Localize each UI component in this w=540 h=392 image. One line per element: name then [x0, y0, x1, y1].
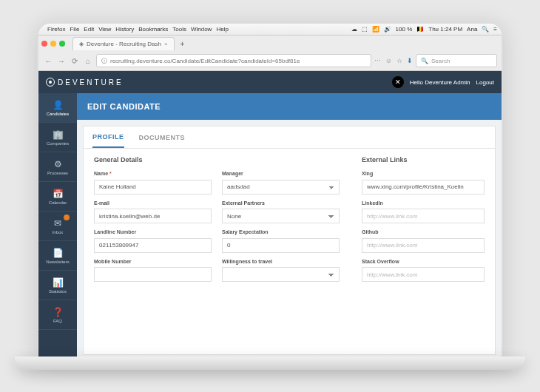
mail-icon: ✉ [54, 218, 61, 229]
download-icon[interactable]: ⬇ [407, 57, 413, 64]
window-minimize[interactable] [50, 41, 56, 47]
github-field[interactable] [362, 238, 485, 253]
logout-link[interactable]: Logout [476, 79, 494, 86]
label-name: Name * [94, 171, 212, 176]
menu-tools[interactable]: Tools [172, 26, 186, 33]
window-close[interactable] [41, 41, 47, 47]
volume-icon[interactable]: 🔊 [384, 26, 391, 33]
tab-favicon: ◈ [79, 41, 84, 47]
chart-icon: 📊 [53, 277, 64, 288]
wifi-icon[interactable]: 📶 [372, 26, 379, 33]
new-tab-button[interactable]: + [178, 40, 188, 48]
sidebar-item-statistics[interactable]: 📊 Statistics [38, 271, 77, 300]
salary-field[interactable] [222, 238, 340, 253]
question-icon: ❓ [53, 307, 64, 317]
manager-select[interactable]: aadsdad [222, 180, 340, 195]
tab-profile[interactable]: PROFILE [92, 127, 124, 148]
sidebar-item-faq[interactable]: ❓ FAQ [38, 300, 77, 330]
brand-text: DEVENTURE [58, 78, 124, 87]
macos-menubar: Firefox File Edit View History Bookmarks… [38, 24, 502, 36]
sidebar-item-processes[interactable]: ⚙ Processes [38, 152, 77, 182]
menu-file[interactable]: File [70, 26, 79, 33]
sidebar-label: Inbox [53, 230, 64, 234]
flag-icon[interactable]: 🇧🇪 [416, 26, 424, 33]
sidebar-item-newsletters[interactable]: 📄 Newsletters [38, 241, 77, 271]
person-icon: 👤 [53, 100, 64, 110]
menu-view[interactable]: View [98, 26, 111, 33]
sidebar-item-candidates[interactable]: 👤 Candidates [38, 93, 77, 123]
menu-bookmarks[interactable]: Bookmarks [138, 26, 168, 33]
address-bar[interactable]: ⓘ recruiting.deventure.co/Candidate/Edit… [96, 54, 371, 67]
window-maximize[interactable] [59, 41, 65, 47]
sidebar-item-calendar[interactable]: 📅 Calendar [38, 182, 77, 212]
label-email: E-mail [94, 200, 212, 206]
brand-icon [46, 78, 55, 87]
label-xing: Xing [362, 171, 485, 176]
cloud-icon[interactable]: ☁ [351, 26, 357, 33]
sidebar: 👤 Candidates 🏢 Companies ⚙ Processes 📅 C… [38, 93, 77, 361]
label-stackoverflow: Stack Overflow [362, 259, 485, 264]
section-general: General Details [94, 156, 340, 163]
menu-edit[interactable]: Edit [84, 26, 94, 33]
willingness-select[interactable] [222, 267, 340, 282]
search-box[interactable]: 🔍 Search [416, 54, 497, 67]
greeting: Hello Deventure Admin [410, 79, 470, 86]
page-title: EDIT CANDIDATE [77, 93, 502, 120]
sidebar-label: Processes [47, 171, 68, 175]
building-icon: 🏢 [53, 129, 64, 140]
browser-tab[interactable]: ◈ Deventure - Recruiting Dash × [72, 37, 175, 50]
user-name[interactable]: Ana [467, 26, 477, 33]
label-external-partners: External Partners [222, 200, 340, 206]
reader-icon[interactable]: ☺ [385, 57, 392, 64]
sidebar-label: Calendar [49, 200, 67, 205]
label-landline: Landline Number [94, 229, 212, 234]
laptop-base [15, 356, 525, 370]
notification-badge [64, 214, 70, 220]
sidebar-label: Companies [47, 141, 69, 146]
brand[interactable]: DEVENTURE [46, 78, 124, 87]
back-button[interactable]: ← [43, 55, 53, 66]
label-salary: Salary Expectation [222, 229, 340, 234]
reload-button[interactable]: ⟳ [70, 55, 80, 66]
sidebar-item-inbox[interactable]: ✉ Inbox [38, 212, 77, 241]
spotlight-icon[interactable]: 🔍 [482, 26, 489, 33]
sidebar-label: FAQ [53, 319, 62, 323]
menubar-app[interactable]: Firefox [47, 26, 65, 33]
battery-status[interactable]: 100 % [396, 26, 413, 33]
tab-documents[interactable]: DOCUMENTS [139, 128, 186, 147]
section-external: External Links [362, 156, 485, 163]
name-field[interactable] [94, 180, 212, 195]
tab-title: Deventure - Recruiting Dash [87, 41, 161, 47]
xing-field[interactable] [362, 180, 485, 195]
more-icon[interactable]: ⋯ [374, 57, 381, 64]
menu-history[interactable]: History [115, 26, 134, 33]
browser-chrome: ◈ Deventure - Recruiting Dash × + ← → ⟳ … [38, 36, 502, 71]
home-button[interactable]: ⌂ [83, 55, 93, 66]
close-icon[interactable]: ✕ [392, 76, 404, 88]
sidebar-item-companies[interactable]: 🏢 Companies [38, 123, 77, 152]
app-header: DEVENTURE ✕ Hello Deventure Admin Logout [38, 71, 502, 93]
tabs-bar: PROFILE DOCUMENTS [84, 126, 495, 149]
menu-help[interactable]: Help [216, 26, 228, 33]
label-linkedin: LinkedIn [362, 200, 485, 206]
star-icon[interactable]: ☆ [396, 57, 402, 64]
email-field[interactable] [94, 209, 212, 223]
linkedin-field[interactable] [362, 209, 485, 223]
menu-window[interactable]: Window [191, 26, 212, 33]
forward-button[interactable]: → [56, 55, 67, 66]
external-partners-select[interactable]: None [222, 209, 340, 223]
notifications-icon[interactable]: ≡ [493, 26, 497, 33]
label-manager: Manager [222, 171, 340, 176]
sidebar-label: Candidates [47, 112, 69, 116]
search-icon: 🔍 [421, 58, 428, 64]
mobile-field[interactable] [94, 267, 212, 282]
tab-close-icon[interactable]: × [164, 41, 168, 47]
stackoverflow-field[interactable] [362, 267, 485, 282]
label-mobile: Mobile Number [94, 259, 212, 264]
document-icon: 📄 [53, 248, 64, 258]
sidebar-label: Newsletters [46, 260, 69, 264]
clock[interactable]: Thu 1:24 PM [428, 26, 462, 33]
dropbox-icon[interactable]: ⬚ [362, 26, 368, 33]
landline-field[interactable] [94, 238, 212, 253]
gear-icon: ⚙ [54, 159, 62, 169]
